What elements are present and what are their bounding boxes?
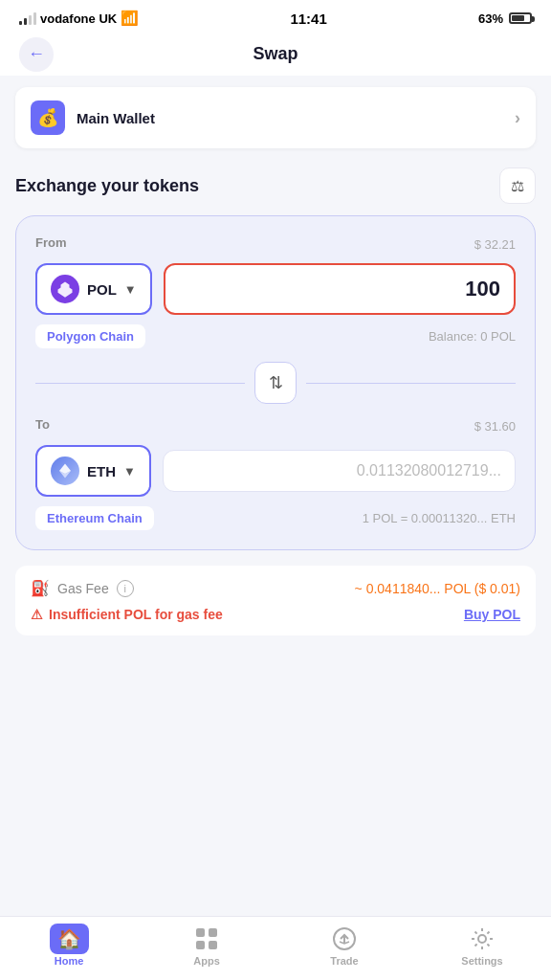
svg-rect-3 xyxy=(209,928,217,937)
to-header-row: To $ 31.60 xyxy=(35,417,516,435)
eth-icon xyxy=(51,457,79,485)
carrier-info: vodafone UK 📶 xyxy=(19,10,139,27)
to-token-row: ETH ▼ 0.01132080012719... xyxy=(35,445,516,497)
from-label: From xyxy=(35,235,67,250)
from-token-selector[interactable]: POL ▼ xyxy=(35,263,152,315)
to-token-chevron-icon: ▼ xyxy=(123,464,136,479)
warning-icon: ⚠ xyxy=(31,607,43,622)
wallet-name: Main Wallet xyxy=(77,110,155,126)
signal-icon xyxy=(19,11,36,25)
svg-rect-5 xyxy=(209,941,217,949)
svg-rect-4 xyxy=(196,941,205,949)
error-row: ⚠ Insufficient POL for gas fee Buy POL xyxy=(31,607,520,622)
gas-label: Gas Fee xyxy=(57,581,109,596)
battery-percent: 63% xyxy=(478,11,503,26)
gas-pump-icon: ⛽ xyxy=(31,579,50,597)
bottom-nav: 🏠 Home Apps Trade xyxy=(0,916,551,980)
time-display: 11:41 xyxy=(290,11,326,27)
from-token-name: POL xyxy=(87,281,117,298)
swap-card: From $ 32.21 POL ▼ Polygon Chain Balance… xyxy=(15,215,536,550)
pol-icon xyxy=(51,275,79,303)
header: ← Swap xyxy=(0,33,551,76)
nav-trade-label: Trade xyxy=(330,955,358,967)
gas-section: ⛽ Gas Fee i ~ 0.0411840... POL ($ 0.01) … xyxy=(15,566,536,635)
nav-settings[interactable]: Settings xyxy=(444,926,520,967)
from-usd-value: $ 32.21 xyxy=(474,237,516,252)
from-token-row: POL ▼ xyxy=(35,263,516,315)
status-bar: vodafone UK 📶 11:41 63% xyxy=(0,0,551,33)
error-text-label: Insufficient POL for gas fee xyxy=(49,607,223,622)
from-header-row: From $ 32.21 xyxy=(35,235,516,254)
wallet-chevron-icon: › xyxy=(515,108,520,128)
to-chain-badge: Ethereum Chain xyxy=(35,506,154,530)
svg-rect-2 xyxy=(196,928,205,937)
nav-home-label: Home xyxy=(55,955,84,967)
wallet-bar[interactable]: 💰 Main Wallet › xyxy=(15,87,536,148)
gas-left: ⛽ Gas Fee i xyxy=(31,579,134,597)
home-icon: 🏠 xyxy=(56,926,81,951)
filter-button[interactable]: ⚖ xyxy=(499,167,536,204)
to-token-selector[interactable]: ETH ▼ xyxy=(35,445,151,497)
wallet-icon: 💰 xyxy=(31,100,65,135)
exchange-rate: 1 POL = 0.00011320... ETH xyxy=(363,511,516,525)
exchange-title: Exchange your tokens xyxy=(15,176,199,196)
gas-value: ~ 0.0411840... POL ($ 0.01) xyxy=(355,581,520,596)
nav-home[interactable]: 🏠 Home xyxy=(31,926,107,967)
swap-arrows-icon: ⇅ xyxy=(269,372,283,393)
to-token-name: ETH xyxy=(87,463,116,479)
svg-point-7 xyxy=(478,935,486,943)
from-amount-input[interactable] xyxy=(164,263,516,315)
trade-icon xyxy=(332,926,357,951)
swap-direction-button[interactable]: ⇅ xyxy=(254,362,297,404)
battery-info: 63% xyxy=(478,11,532,26)
to-amount-display: 0.01132080012719... xyxy=(163,450,516,492)
to-usd-value: $ 31.60 xyxy=(474,419,516,434)
wallet-info: 💰 Main Wallet xyxy=(31,100,155,135)
divider-left xyxy=(35,383,245,384)
to-label: To xyxy=(35,417,50,432)
nav-trade[interactable]: Trade xyxy=(306,926,383,967)
back-button[interactable]: ← xyxy=(19,37,54,72)
nav-apps[interactable]: Apps xyxy=(168,926,245,967)
exchange-header: Exchange your tokens ⚖ xyxy=(0,160,551,215)
divider-right xyxy=(306,383,516,384)
info-icon[interactable]: i xyxy=(117,580,134,597)
gas-row: ⛽ Gas Fee i ~ 0.0411840... POL ($ 0.01) xyxy=(31,579,520,597)
battery-icon xyxy=(509,12,532,24)
settings-icon xyxy=(470,926,495,951)
nav-apps-label: Apps xyxy=(193,955,220,967)
from-balance: Balance: 0 POL xyxy=(429,329,516,344)
page-title: Swap xyxy=(253,44,298,64)
from-token-chevron-icon: ▼ xyxy=(124,282,137,297)
buy-pol-link[interactable]: Buy POL xyxy=(464,607,520,622)
apps-icon xyxy=(194,926,219,951)
error-message: ⚠ Insufficient POL for gas fee xyxy=(31,607,223,622)
nav-settings-label: Settings xyxy=(461,955,502,967)
from-chain-badge: Polygon Chain xyxy=(35,324,145,348)
filter-icon: ⚖ xyxy=(511,177,524,195)
carrier-name: vodafone UK xyxy=(40,11,117,26)
divider-row: ⇅ xyxy=(35,362,516,404)
wifi-icon: 📶 xyxy=(121,10,139,27)
